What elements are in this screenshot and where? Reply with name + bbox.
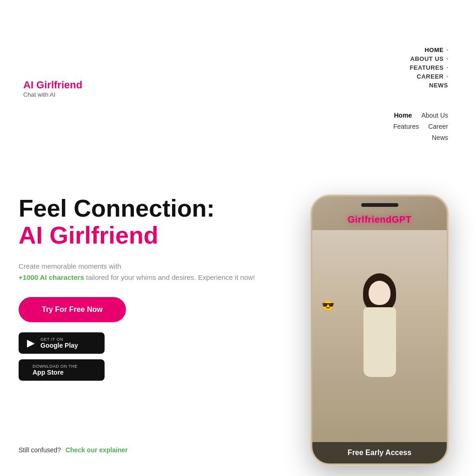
app-store-text: Download on the App Store [33,364,78,376]
sec-nav-career[interactable]: Career [428,123,448,130]
check-explainer-link[interactable]: Check our explainer [66,446,128,454]
sec-nav-home[interactable]: Home [394,112,412,119]
sec-nav-features[interactable]: Features [393,123,419,130]
google-play-text: GET IT ON Google Play [40,337,78,349]
google-play-button[interactable]: ▶ GET IT ON Google Play [19,332,105,354]
top-nav-row-4: CAREER • [417,73,448,80]
google-play-big: Google Play [40,342,78,349]
app-store-small: Download on the [33,364,78,369]
hero-desc-text3: tailored for your whims and desires. Exp… [86,273,255,281]
hero-headline-2: AI Girlfriend [19,222,265,250]
sec-nav-row-1: Home About Us [394,112,449,119]
top-nav-features[interactable]: FEATURES [410,64,443,71]
top-nav-row-5: NEWS [429,82,448,89]
phone-notch [361,203,398,207]
try-free-button[interactable]: Try For Free Now [19,297,126,322]
hero-desc-text1: Create memorable moments with [19,262,121,270]
phone-emoji: 😎 [322,300,334,312]
logo: AI Girlfriend Chat with AI [23,79,82,98]
girl-face [369,281,390,305]
sec-nav-row-2: Features Career [393,123,448,130]
top-nav-news[interactable]: NEWS [429,82,448,89]
google-play-small: GET IT ON [40,337,78,342]
top-nav-row-1: HOME • [424,46,448,53]
phone-girl-area [312,230,447,463]
hero-section: Feel Connection: AI Girlfriend Create me… [19,195,265,381]
top-nav-career[interactable]: CAREER [417,73,444,80]
google-play-icon: ▶ [27,337,35,349]
hero-headline-1: Feel Connection: [19,195,265,222]
sec-nav-news[interactable]: News [432,134,448,141]
logo-subtitle: Chat with AI [23,91,82,98]
hero-desc-highlight: +1000 AI characters [19,273,84,281]
phone-bottom-bar: Free Early Access [312,442,447,463]
top-nav-about[interactable]: ABOUT US [410,55,444,62]
hero-description: Create memorable moments with +1000 AI c… [19,261,265,283]
phone-app-title: GirlfriendGPT [312,214,447,225]
girl-head [367,277,392,307]
store-buttons: ▶ GET IT ON Google Play Download on the … [19,332,265,381]
top-nav-row-2: ABOUT US • [410,55,448,62]
top-nav-home[interactable]: HOME [424,46,443,53]
sec-nav-about[interactable]: About Us [421,112,448,119]
still-confused-section: Still confused? Check our explainer [19,446,128,454]
secondary-navigation: Home About Us Features Career News [393,112,448,141]
girl-figure [343,277,417,416]
sec-nav-row-3: News [432,134,448,141]
phone-screen: GirlfriendGPT 😎 Free Early Access [312,207,447,463]
logo-title[interactable]: AI Girlfriend [23,79,82,91]
top-nav-row-3: FEATURES • [410,64,448,71]
girl-body [364,307,396,377]
still-confused-text: Still confused? [19,446,61,454]
app-store-button[interactable]: Download on the App Store [19,359,105,381]
phone-mockup: GirlfriendGPT 😎 Free Early Access [311,195,448,465]
phone-bottom-text: Free Early Access [348,449,411,456]
top-navigation: HOME • ABOUT US • FEATURES • CAREER • NE… [410,46,448,89]
app-store-big: App Store [33,369,78,376]
